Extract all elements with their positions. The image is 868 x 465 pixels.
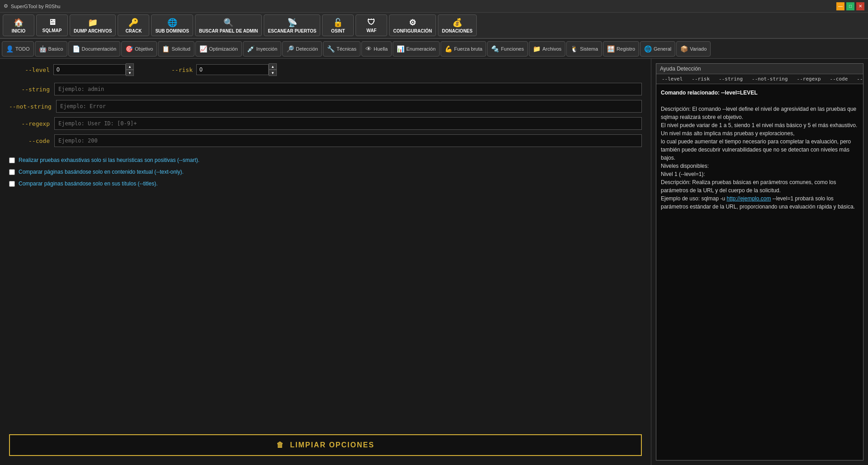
help-tab-2[interactable]: --string [715,75,746,83]
clear-icon: 🗑 [276,441,285,449]
titlebar: ⚙ SuperGTool by R0Shu — □ ✕ [0,0,868,13]
level-down-button[interactable]: ▼ [126,70,134,76]
subnav-funciones[interactable]: 🔩Funciones [487,41,528,57]
topnav-crack[interactable]: 🔑CRACK [118,14,149,36]
subnav-solicitud[interactable]: 📋Solicitud [158,41,194,57]
maximize-button[interactable]: □ [846,2,854,10]
help-tab-6[interactable]: --smar [853,75,863,83]
string-label: --string [9,86,50,93]
subnav-todo[interactable]: 👤TODO [2,41,34,57]
fuerza-bruta-icon: 💪 [445,45,452,52]
checkbox-row-text-only: Comparar páginas basándose solo en conte… [9,168,642,176]
subnav-huella[interactable]: 👁Huella [361,41,392,57]
topnav-subdominios[interactable]: 🌐SUB DOMINIOS [151,14,193,36]
solicitud-icon: 📋 [162,45,170,52]
main-content: --level ▲ ▼ --risk ▲ ▼ [0,59,868,465]
risk-label: --risk [152,66,193,73]
sub-navbar: 👤TODO🤖Basico📄Documentación🎯Objetivo📋Soli… [0,39,868,59]
subnav-general[interactable]: 🌐General [640,41,675,57]
subnav-registro[interactable]: 🪟Registro [603,41,639,57]
objetivo-icon: 🎯 [125,45,133,52]
risk-down-button[interactable]: ▼ [269,70,277,76]
subnav-tecnicas[interactable]: 🔧Técnicas [323,41,360,57]
regexp-row: --regexp [9,117,642,130]
help-tabs: --level--risk--string--not-string--regex… [656,74,863,84]
subnav-deteccion[interactable]: 🔎Detección [282,41,322,57]
topnav-inicio[interactable]: 🏠INICIO [3,14,34,36]
regexp-label: --regexp [9,120,50,127]
clear-options-button[interactable]: 🗑 LIMPIAR OPCIONES [9,434,642,456]
topnav-escanear[interactable]: 📡ESCANEAR PUERTOS [264,14,320,36]
crack-icon: 🔑 [128,18,138,28]
help-tab-3[interactable]: --not-string [748,75,791,83]
checkbox-label-titles[interactable]: Comparar páginas basándose solo en sus t… [19,180,157,187]
documentacion-icon: 📄 [72,45,80,52]
subnav-optimizacion[interactable]: 📈Optimización [195,41,242,57]
titlebar-title-area: ⚙ SuperGTool by R0Shu [4,3,60,9]
app-title: SuperGTool by R0Shu [11,4,60,9]
buscar-panel-icon: 🔍 [223,18,233,28]
close-button[interactable]: ✕ [856,2,864,10]
help-tab-1[interactable]: --risk [688,75,713,83]
subnav-variado[interactable]: 📦Variado [676,41,711,57]
level-up-button[interactable]: ▲ [126,63,134,70]
help-tab-5[interactable]: --code [826,75,852,83]
subnav-inyeccion[interactable]: 💉Inyección [243,41,281,57]
sistema-icon: 🐧 [570,45,578,52]
right-panel: Ayuda Detección --level--risk--string--n… [651,59,868,465]
optimizacion-icon: 📈 [199,45,207,52]
minimize-button[interactable]: — [836,2,844,10]
dump-icon: 📁 [88,18,98,28]
checkbox-titles[interactable] [9,181,15,187]
topnav-osint[interactable]: 🔓OSINT [322,14,354,36]
waf-icon: 🛡 [367,18,375,27]
subnav-documentacion[interactable]: 📄Documentación [68,41,120,57]
code-input[interactable] [54,134,642,147]
help-tab-4[interactable]: --regexp [793,75,825,83]
deteccion-icon: 🔎 [286,45,294,52]
not-string-row: --not-string [9,100,642,113]
string-input[interactable] [54,83,642,95]
sqlmap-icon: 🖥 [48,18,56,27]
enumeracion-icon: 📊 [397,45,404,52]
risk-block: --risk ▲ ▼ [152,63,277,76]
subnav-basico[interactable]: 🤖Basico [35,41,67,57]
funciones-icon: 🔩 [491,45,499,52]
huella-icon: 👁 [365,45,372,52]
app-icon: ⚙ [4,3,8,9]
subnav-fuerza-bruta[interactable]: 💪Fuerza bruta [441,41,486,57]
topnav-config[interactable]: ⚙CONFIGURACIÓN [389,14,436,36]
topnav-dump[interactable]: 📁DUMP ARCHIVOS [70,14,116,36]
subnav-objetivo[interactable]: 🎯Objetivo [121,41,157,57]
subnav-archivos[interactable]: 📁Archivos [529,41,565,57]
risk-input[interactable] [196,64,269,75]
help-tab-0[interactable]: --level [658,75,686,83]
general-icon: 🌐 [644,45,652,52]
not-string-input[interactable] [56,100,642,113]
code-label: --code [9,138,50,144]
level-input-wrap: ▲ ▼ [53,63,134,76]
checkbox-smart[interactable] [9,157,15,163]
registro-icon: 🪟 [607,45,615,52]
topnav-sqlmap[interactable]: 🖥SQLMAP [36,14,68,36]
help-body: Descripción: El comando --level define e… [661,105,859,211]
checkbox-label-text-only[interactable]: Comparar páginas basándose solo en conte… [19,169,184,175]
regexp-input[interactable] [54,117,642,130]
help-box: Ayuda Detección --level--risk--string--n… [656,63,863,460]
archivos-icon: 📁 [533,45,541,52]
subnav-sistema[interactable]: 🐧Sistema [566,41,602,57]
checkbox-row-titles: Comparar páginas basándose solo en sus t… [9,180,642,188]
topnav-donaciones[interactable]: 💰DONACIONES [438,14,477,36]
subnav-enumeracion[interactable]: 📊Enumeración [393,41,440,57]
checkbox-label-smart[interactable]: Realizar pruebas exhaustivas solo si las… [19,157,199,163]
basico-icon: 🤖 [39,45,47,52]
checkbox-text-only[interactable] [9,169,15,175]
help-link[interactable]: http://ejemplo.com [726,195,771,202]
variado-icon: 📦 [680,45,688,52]
help-title: Ayuda Detección [656,64,863,74]
level-input[interactable] [53,64,126,75]
topnav-buscar-panel[interactable]: 🔍BUSCAR PANEL DE ADMIN [195,14,262,36]
risk-up-button[interactable]: ▲ [269,63,277,70]
level-spinner: ▲ ▼ [126,63,134,76]
topnav-waf[interactable]: 🛡WAF [356,14,387,36]
